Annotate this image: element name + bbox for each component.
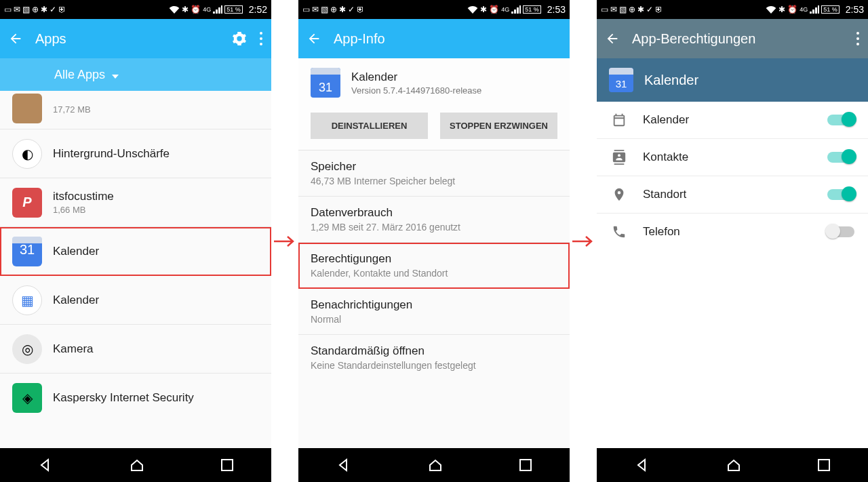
- page-title: App-Berechtigungen: [632, 31, 844, 47]
- toggle-switch[interactable]: [827, 189, 854, 200]
- back-icon[interactable]: [605, 31, 620, 46]
- apps-list[interactable]: 17,72 MB ◐ Hintergrund-Unschärfe P itsfo…: [0, 91, 271, 448]
- data-usage-row[interactable]: Datenverbrauch 1,29 MB seit 27. März 201…: [298, 197, 570, 243]
- back-icon[interactable]: [307, 31, 321, 46]
- svg-point-6: [856, 37, 859, 40]
- perm-row-kontakte[interactable]: Kontakte: [597, 139, 868, 176]
- image-icon: ▧: [619, 5, 627, 14]
- perm-row-kalender[interactable]: Kalender: [597, 102, 868, 139]
- action-bar: Apps: [0, 19, 271, 58]
- open-by-default-row[interactable]: Standardmäßig öffnen Keine Standardeinst…: [298, 335, 570, 380]
- nav-bar: [0, 448, 271, 482]
- perm-row-telefon[interactable]: Telefon: [597, 214, 868, 250]
- app-row[interactable]: P itsfocustime1,66 MB: [0, 178, 271, 227]
- shield-icon: ⛨: [655, 5, 663, 14]
- chevron-down-icon: [112, 68, 119, 82]
- overflow-icon[interactable]: [259, 31, 263, 46]
- shield-icon: ⛨: [58, 5, 66, 14]
- screen-apps-list: ▭ ✉ ▧ ⊕ ✱ ✓ ⛨ ✱ ⏰ 4G 51 % 2:52 Apps Alle…: [0, 0, 271, 482]
- wifi-icon: [467, 5, 478, 14]
- calendar-icon: 31: [311, 68, 340, 98]
- app-icon: ◎: [12, 334, 42, 364]
- toggle-switch[interactable]: [827, 226, 854, 237]
- status-bar: ▭ ✉ ▧ ⊕ ✱ ✓ ⛨ ✱ ⏰ 4G 51 % 2:52: [0, 0, 271, 19]
- notifications-row[interactable]: Benachrichtigungen Normal: [298, 289, 570, 335]
- nav-bar: [298, 448, 570, 482]
- svg-point-2: [260, 43, 262, 45]
- nav-recent-icon[interactable]: [220, 458, 234, 472]
- battery-icon: 51 %: [821, 5, 840, 14]
- snow-icon: ✱: [637, 5, 644, 14]
- alarm-icon: ⏰: [787, 5, 797, 14]
- signal-icon: [511, 5, 521, 14]
- permissions-list: Kalender Kontakte Standort Telefon: [597, 102, 868, 448]
- nav-home-icon[interactable]: [427, 457, 443, 473]
- clock: 2:52: [249, 4, 267, 15]
- flow-arrow: [271, 0, 298, 482]
- image-icon: ▧: [321, 5, 328, 14]
- app-header: 31 Kalender Version 5.7.4-144971680-rele…: [298, 58, 570, 107]
- app-row[interactable]: ◎ Kamera: [0, 325, 271, 374]
- nav-home-icon[interactable]: [129, 457, 145, 473]
- app-name: Kalender: [351, 71, 481, 84]
- globe-icon: ⊕: [330, 5, 337, 14]
- permissions-row[interactable]: Berechtigungen Kalender, Kontakte und St…: [298, 243, 570, 289]
- app-row[interactable]: ▦ Kalender: [0, 276, 271, 325]
- nav-back-icon[interactable]: [634, 457, 650, 473]
- app-row[interactable]: 17,72 MB: [0, 91, 271, 129]
- apps-filter-dropdown[interactable]: Alle Apps: [0, 58, 271, 91]
- calendar-icon: 31: [609, 68, 633, 92]
- contacts-perm-icon: [610, 150, 628, 165]
- battery-icon: 51 %: [224, 5, 243, 14]
- app-icon: ◐: [12, 139, 42, 169]
- uninstall-button[interactable]: DEINSTALLIEREN: [311, 113, 428, 139]
- storage-row[interactable]: Speicher 46,73 MB Interner Speicher bele…: [298, 150, 570, 197]
- toggle-switch[interactable]: [827, 152, 854, 163]
- location-perm-icon: [610, 187, 628, 202]
- globe-icon: ⊕: [32, 5, 39, 14]
- mail-icon: ✉: [14, 5, 20, 14]
- more-icon: ▭: [302, 5, 310, 14]
- signal-icon: [213, 5, 222, 14]
- phone-perm-icon: [610, 224, 628, 239]
- app-icon: ◈: [12, 383, 42, 413]
- screen-app-permissions: ▭ ✉ ▧ ⊕ ✱ ✓ ⛨ ✱ ⏰ 4G 51 % 2:53 App-Berec…: [597, 0, 868, 482]
- nav-back-icon[interactable]: [336, 457, 352, 473]
- info-list[interactable]: Speicher 46,73 MB Interner Speicher bele…: [298, 150, 570, 448]
- clock: 2:53: [846, 4, 864, 15]
- snow-icon: ✱: [339, 5, 346, 14]
- signal-icon: [810, 5, 819, 14]
- app-version: Version 5.7.4-144971680-release: [351, 85, 481, 96]
- gear-icon[interactable]: [232, 31, 247, 46]
- page-title: App-Info: [334, 31, 561, 47]
- bluetooth-icon: ✱: [480, 5, 487, 14]
- check-icon: ✓: [50, 5, 56, 14]
- nav-home-icon[interactable]: [726, 457, 742, 473]
- status-bar: ▭ ✉ ▧ ⊕ ✱ ✓ ⛨ ✱ ⏰ 4G 51 % 2:53: [597, 0, 868, 19]
- bluetooth-icon: ✱: [778, 5, 785, 14]
- nav-recent-icon[interactable]: [519, 458, 532, 472]
- alarm-icon: ⏰: [489, 5, 499, 14]
- svg-rect-3: [222, 460, 233, 470]
- nav-recent-icon[interactable]: [817, 458, 831, 472]
- bluetooth-icon: ✱: [182, 5, 189, 14]
- force-stop-button[interactable]: STOPPEN ERZWINGEN: [440, 113, 557, 139]
- screen-app-info: ▭ ✉ ▧ ⊕ ✱ ✓ ⛨ ✱ ⏰ 4G 51 % 2:53 App-Info …: [298, 0, 570, 482]
- more-icon: ▭: [601, 5, 608, 14]
- network-icon: 4G: [203, 6, 211, 13]
- nav-back-icon[interactable]: [37, 457, 54, 473]
- app-icon: [12, 94, 42, 123]
- snow-icon: ✱: [41, 5, 47, 14]
- app-name: Kalender: [644, 73, 698, 88]
- wifi-icon: [169, 5, 180, 14]
- svg-point-0: [260, 32, 262, 35]
- globe-icon: ⊕: [629, 5, 635, 14]
- app-row[interactable]: ◐ Hintergrund-Unschärfe: [0, 129, 271, 178]
- perm-row-standort[interactable]: Standort: [597, 176, 868, 214]
- app-row[interactable]: ◈ Kaspersky Internet Security: [0, 374, 271, 422]
- overflow-icon[interactable]: [856, 31, 860, 46]
- image-icon: ▧: [22, 5, 30, 14]
- toggle-switch[interactable]: [827, 115, 854, 125]
- app-row-kalender-google[interactable]: 31 Kalender: [0, 227, 271, 276]
- back-icon[interactable]: [8, 31, 23, 46]
